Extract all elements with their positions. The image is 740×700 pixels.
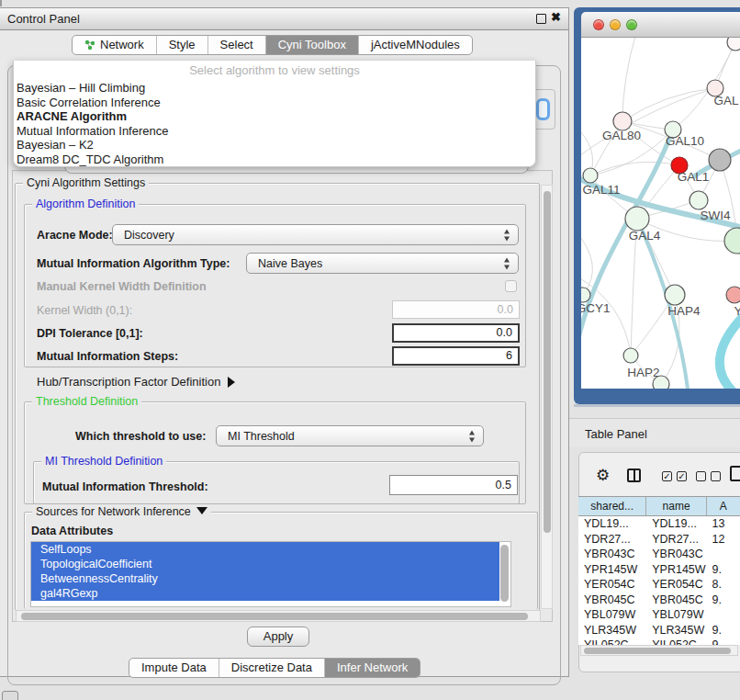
table-panel-title: Table Panel — [585, 427, 647, 441]
aracne-mode-label: Aracne Mode: — [37, 229, 113, 242]
checked-checkbox-icon[interactable]: ✓ — [677, 471, 687, 481]
data-attributes-list[interactable]: SelfLoopsTopologicalCoefficientBetweenne… — [30, 541, 511, 607]
network-node[interactable] — [625, 207, 649, 231]
which-threshold-select[interactable]: MI Threshold — [216, 425, 484, 446]
tab-impute-data[interactable]: Impute Data — [129, 659, 219, 677]
mi-steps-label: Mutual Information Steps: — [37, 350, 178, 363]
table-row[interactable]: YLR345WYLR345W9. — [578, 623, 740, 638]
table-hscrollbar[interactable] — [580, 645, 738, 656]
tab-select[interactable]: Select — [207, 36, 265, 54]
network-graph: GALGAL80GAL10GAL1GAL11SWI4GAL4GCY1HAP4YH… — [581, 38, 740, 389]
network-node[interactable] — [726, 287, 740, 303]
unchecked-checkbox-icon[interactable] — [696, 471, 706, 481]
algorithm-dropdown-popup: Select algorithm to view settings Bayesi… — [13, 61, 536, 167]
algorithm-option[interactable]: Bayesian – Hill Climbing — [14, 81, 535, 96]
algorithm-option[interactable]: Basic Correlation Inference — [14, 96, 535, 110]
table-row[interactable]: YDL19...YDL19...13 — [578, 516, 740, 532]
tab-discretize-data[interactable]: Discretize Data — [219, 659, 324, 677]
table-row[interactable]: YDR27...YDR27...12 — [578, 532, 740, 548]
table-hscrollbar-thumb[interactable] — [584, 648, 731, 654]
table-cell: YPR145W — [646, 562, 706, 578]
focus-ring — [536, 98, 550, 120]
table-row[interactable]: YER054CYER054C8. — [578, 577, 740, 593]
group-title: MI Threshold Definition — [41, 455, 166, 468]
table-cell: 13 — [706, 516, 740, 532]
tab-network[interactable]: Network — [73, 36, 156, 54]
hub-definition-expander[interactable]: Hub/Transcription Factor Definition — [37, 375, 235, 389]
table-row[interactable]: YBR045CYBR045C9. — [578, 593, 740, 608]
close-traffic-light[interactable] — [593, 19, 604, 30]
data-attributes-label: Data Attributes — [31, 525, 113, 537]
tab-cyni-toolbox[interactable]: Cyni Toolbox — [265, 36, 358, 54]
network-node[interactable] — [665, 285, 685, 305]
algorithm-option[interactable]: Dream8 DC_TDC Algorithm — [14, 152, 535, 167]
network-edge — [581, 229, 592, 295]
tab-jactivemnodules[interactable]: jActiveMNodules — [358, 36, 472, 54]
mi-algorithm-type-select[interactable]: Naive Bayes — [246, 253, 519, 274]
network-node[interactable] — [581, 288, 590, 302]
float-window-icon[interactable] — [536, 14, 546, 24]
node-label: GAL80 — [602, 129, 641, 142]
table-row[interactable]: YBL079WYBL079W — [578, 607, 740, 623]
table-row[interactable]: YBR043CYBR043C — [578, 547, 740, 562]
mi-threshold-input[interactable]: 0.5 — [389, 475, 518, 495]
kernel-width-input[interactable]: 0.0 — [392, 300, 520, 319]
minimize-traffic-light[interactable] — [610, 19, 621, 30]
column-header-shared-name[interactable]: shared... — [578, 497, 646, 515]
table-body: YDL19...YDL19...13YDR27...YDR27...12YBR0… — [578, 516, 740, 645]
control-panel-window: Control Panel ✖ Network Style Select Cyn… — [0, 7, 569, 677]
hscrollbar-thumb[interactable] — [21, 613, 528, 620]
network-edge — [622, 38, 636, 121]
network-node[interactable] — [583, 168, 598, 183]
network-canvas[interactable]: GALGAL80GAL10GAL1GAL11SWI4GAL4GCY1HAP4YH… — [581, 38, 740, 389]
table-cell: 8. — [706, 577, 740, 593]
settings-hscrollbar[interactable] — [16, 610, 541, 622]
network-node[interactable] — [724, 228, 740, 254]
network-edge — [720, 313, 740, 389]
zoom-traffic-light[interactable] — [626, 19, 637, 30]
manual-kernel-width-checkbox[interactable] — [505, 280, 517, 292]
tab-style[interactable]: Style — [156, 36, 207, 54]
settings-vscrollbar[interactable] — [541, 185, 553, 609]
column-header-clipped[interactable]: A — [707, 497, 740, 515]
document-icon[interactable] — [730, 466, 740, 481]
spinner-arrows-icon — [468, 430, 477, 442]
apply-button[interactable]: Apply — [247, 627, 309, 647]
data-attribute-item[interactable]: BetweennessCentrality — [31, 571, 499, 586]
mi-threshold-label: Mutual Information Threshold: — [42, 480, 208, 493]
checked-checkbox-icon[interactable]: ✓ — [662, 471, 672, 481]
network-node[interactable] — [709, 149, 731, 171]
list-scrollbar-thumb[interactable] — [500, 545, 509, 602]
network-node[interactable] — [613, 112, 632, 130]
dpi-tolerance-input[interactable]: 0.0 — [392, 323, 520, 343]
network-node[interactable] — [690, 191, 708, 209]
mi-steps-input[interactable]: 6 — [392, 346, 520, 366]
node-label: GAL — [713, 94, 739, 107]
algorithm-option[interactable]: ARACNE Algorithm — [14, 109, 535, 124]
network-node[interactable] — [623, 348, 638, 363]
aracne-mode-select[interactable]: Discovery — [112, 224, 519, 245]
close-icon[interactable]: ✖ — [551, 12, 561, 22]
column-header-name[interactable]: name — [646, 497, 706, 515]
algorithm-option[interactable]: Mutual Information Inference — [14, 124, 535, 139]
data-attribute-item[interactable]: TopologicalCoefficient — [31, 557, 499, 571]
table-row[interactable]: YIL052CYIL052C9 — [578, 638, 740, 645]
table-row[interactable]: YPR145WYPR145W9. — [578, 562, 740, 578]
algorithm-option[interactable]: Bayesian – K2 — [14, 138, 535, 152]
sources-expander[interactable]: Sources for Network Inference — [32, 505, 211, 518]
minimized-panel-icon[interactable] — [2, 691, 18, 700]
table-cell: YBR045C — [578, 593, 646, 608]
tab-infer-network[interactable]: Infer Network — [324, 659, 420, 677]
table-cell: YIL052C — [646, 638, 706, 645]
vscrollbar-thumb[interactable] — [544, 191, 551, 533]
data-attribute-item[interactable]: SelfLoops — [31, 542, 499, 557]
unchecked-checkbox-icon[interactable] — [711, 471, 721, 481]
gear-icon[interactable]: ⚙ — [596, 466, 610, 485]
network-node[interactable] — [727, 38, 740, 51]
table-cell: 9. — [706, 593, 740, 608]
table-cell — [706, 607, 740, 623]
columns-icon[interactable] — [627, 469, 641, 482]
node-label: GAL10 — [666, 134, 704, 148]
window-shadow — [574, 404, 740, 407]
data-attribute-item[interactable]: gal4RGexp — [31, 586, 499, 601]
